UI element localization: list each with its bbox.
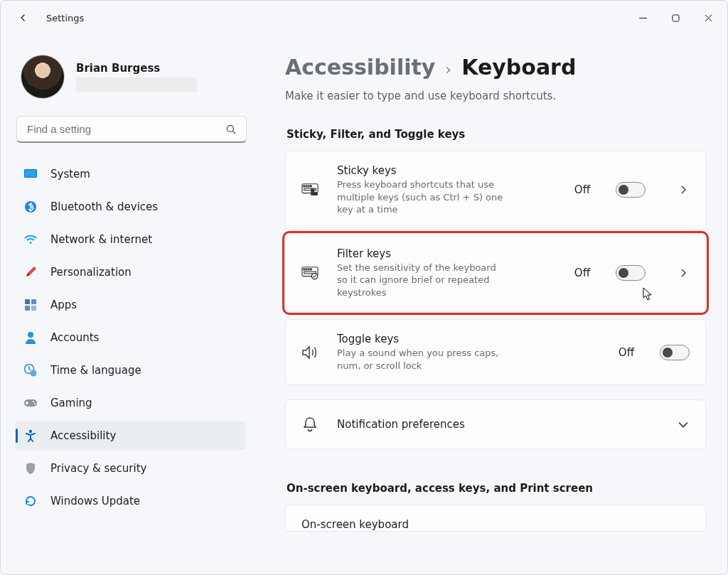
chevron-right-icon[interactable] (677, 183, 690, 196)
speaker-icon (301, 344, 318, 361)
svg-point-5 (30, 242, 32, 244)
toggle-keys-toggle[interactable] (660, 345, 690, 360)
page-subtitle: Make it easier to type and use keyboard … (285, 90, 706, 102)
card-description: Press keyboard shortcuts that use multip… (337, 178, 508, 216)
card-title: Filter keys (337, 247, 508, 260)
notification-preferences-card[interactable]: Notification preferences (285, 399, 706, 449)
svg-rect-8 (25, 306, 30, 311)
profile-block[interactable]: Brian Burgess (15, 43, 248, 113)
close-button[interactable] (692, 6, 724, 29)
nav-list: System Bluetooth & devices Network & int… (15, 156, 248, 566)
maximize-icon (672, 14, 680, 22)
svg-rect-24 (314, 193, 317, 195)
sidebar-item-system[interactable]: System (15, 160, 245, 188)
svg-rect-25 (311, 189, 314, 192)
sidebar-item-label: Windows Update (50, 495, 140, 507)
svg-rect-20 (308, 186, 309, 187)
svg-point-16 (29, 430, 32, 433)
svg-rect-30 (310, 269, 311, 270)
bell-icon (301, 416, 318, 433)
sticky-keys-icon (301, 181, 318, 198)
search-input[interactable] (27, 123, 225, 135)
sidebar-item-gaming[interactable]: Gaming (15, 389, 245, 417)
toggle-state-label: Off (619, 346, 634, 359)
sidebar-item-label: Apps (50, 299, 77, 311)
sidebar-item-label: Network & internet (50, 233, 152, 246)
sidebar-item-label: Privacy & security (50, 462, 146, 475)
sidebar-item-bluetooth[interactable]: Bluetooth & devices (15, 193, 245, 221)
gamepad-icon (23, 396, 38, 410)
filter-keys-card[interactable]: Filter keys Set the sensitivity of the k… (285, 234, 706, 313)
back-button[interactable] (9, 4, 38, 32)
user-name: Brian Burgess (76, 62, 197, 75)
svg-rect-7 (31, 299, 36, 304)
card-description: Set the sensitivity of the keyboard so i… (337, 262, 508, 299)
wifi-icon (23, 232, 38, 247)
svg-rect-19 (306, 186, 307, 187)
svg-point-12 (31, 370, 37, 377)
svg-rect-6 (25, 299, 30, 304)
sidebar-item-label: Accounts (50, 331, 99, 344)
svg-point-14 (33, 401, 34, 402)
sidebar-item-personalization[interactable]: Personalization (15, 258, 245, 286)
titlebar: Settings (1, 1, 727, 35)
svg-rect-18 (304, 186, 305, 187)
toggle-state-label: Off (574, 267, 590, 279)
sidebar-item-privacy[interactable]: Privacy & security (15, 454, 245, 483)
sidebar-item-label: Time & language (50, 364, 141, 377)
sidebar-item-label: Personalization (50, 266, 132, 279)
svg-rect-28 (306, 269, 307, 270)
cursor-pointer-icon (643, 287, 653, 301)
minimize-icon (639, 14, 647, 22)
chevron-right-icon[interactable] (677, 267, 690, 279)
sidebar-item-accessibility[interactable]: Accessibility (15, 421, 245, 450)
paintbrush-icon (23, 265, 38, 279)
breadcrumb: Accessibility › Keyboard (285, 55, 706, 80)
clock-globe-icon (23, 363, 38, 377)
person-icon (23, 331, 38, 345)
on-screen-keyboard-card[interactable]: On-screen keyboard (285, 505, 706, 532)
breadcrumb-parent[interactable]: Accessibility (285, 55, 435, 80)
sidebar-item-label: Gaming (50, 397, 92, 409)
sidebar-item-time-language[interactable]: Time & language (15, 356, 245, 385)
card-title: Notification preferences (337, 418, 465, 431)
search-box[interactable] (16, 116, 247, 143)
sidebar-item-apps[interactable]: Apps (15, 291, 245, 319)
search-icon (225, 123, 239, 136)
update-icon (23, 494, 38, 508)
close-icon (705, 14, 712, 22)
page-title: Keyboard (461, 55, 576, 80)
svg-point-10 (28, 332, 33, 338)
sidebar-item-label: Accessibility (50, 429, 116, 442)
sticky-keys-card[interactable]: Sticky keys Press keyboard shortcuts tha… (285, 151, 706, 230)
monitor-icon (23, 167, 38, 181)
svg-rect-29 (308, 269, 309, 270)
card-title: Sticky keys (337, 164, 508, 177)
card-description: Play a sound when you press caps, num, o… (337, 347, 508, 372)
maximize-button[interactable] (659, 6, 692, 29)
sidebar-item-label: System (50, 168, 90, 181)
svg-rect-21 (310, 186, 311, 187)
sidebar-item-windows-update[interactable]: Windows Update (15, 487, 245, 515)
sticky-keys-toggle[interactable] (616, 182, 646, 198)
svg-rect-9 (31, 306, 36, 311)
filter-keys-toggle[interactable] (616, 265, 646, 281)
filter-keys-icon (301, 264, 318, 281)
apps-icon (23, 298, 38, 312)
toggle-state-label: Off (574, 183, 590, 196)
shield-icon (23, 461, 38, 475)
chevron-right-icon: › (445, 60, 451, 78)
section-heading-osk: On-screen keyboard, access keys, and Pri… (287, 482, 706, 495)
sidebar-item-accounts[interactable]: Accounts (15, 323, 245, 352)
chevron-down-icon[interactable] (677, 418, 690, 431)
minimize-button[interactable] (626, 6, 659, 29)
svg-point-15 (34, 403, 36, 404)
toggle-keys-card[interactable]: Toggle keys Play a sound when you press … (285, 319, 706, 385)
avatar (21, 55, 65, 99)
sidebar-item-network[interactable]: Network & internet (15, 225, 245, 254)
svg-rect-23 (311, 193, 314, 195)
accessibility-icon (23, 429, 38, 443)
svg-point-1 (227, 125, 233, 131)
user-email-redacted (76, 77, 197, 92)
section-heading-keys: Sticky, Filter, and Toggle keys (287, 128, 706, 141)
